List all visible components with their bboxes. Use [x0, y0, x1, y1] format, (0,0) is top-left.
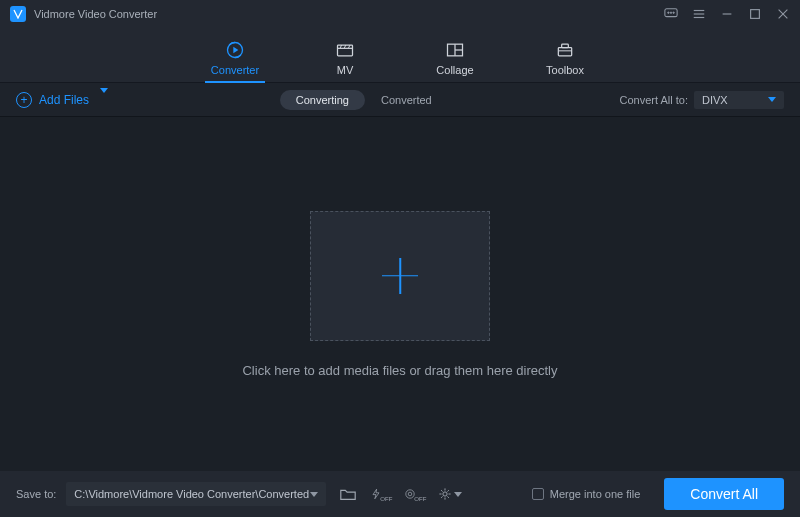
- off-badge: OFF: [380, 496, 392, 502]
- tab-label: MV: [337, 64, 354, 76]
- save-path-dropdown[interactable]: C:\Vidmore\Vidmore Video Converter\Conve…: [66, 482, 326, 506]
- add-files-label: Add Files: [39, 93, 89, 107]
- plus-circle-icon: +: [16, 92, 32, 108]
- svg-point-3: [673, 12, 674, 13]
- tab-mv[interactable]: MV: [315, 40, 375, 82]
- titlebar: Vidmore Video Converter: [0, 0, 800, 28]
- maximize-icon[interactable]: [748, 7, 762, 21]
- tab-label: Collage: [436, 64, 473, 76]
- bottom-bar: Save to: C:\Vidmore\Vidmore Video Conver…: [0, 471, 800, 517]
- off-badge: OFF: [414, 496, 426, 502]
- merge-checkbox-group[interactable]: Merge into one file: [532, 488, 641, 500]
- add-files-button[interactable]: + Add Files: [16, 92, 108, 108]
- svg-point-26: [443, 492, 447, 496]
- plus-icon: [382, 258, 418, 294]
- status-toggle: Converting Converted: [280, 90, 448, 110]
- dropzone[interactable]: [310, 211, 490, 341]
- tab-label: Toolbox: [546, 64, 584, 76]
- tab-toolbox[interactable]: Toolbox: [535, 40, 595, 82]
- chevron-down-icon: [100, 88, 108, 107]
- converted-tab[interactable]: Converted: [365, 90, 448, 110]
- high-speed-button[interactable]: OFF: [404, 482, 428, 506]
- save-path-value: C:\Vidmore\Vidmore Video Converter\Conve…: [74, 488, 309, 500]
- convert-all-to: Convert All to: DIVX: [620, 91, 784, 109]
- sub-toolbar: + Add Files Converting Converted Convert…: [0, 83, 800, 117]
- chevron-down-icon: [454, 492, 462, 497]
- format-value: DIVX: [702, 94, 728, 106]
- output-format-dropdown[interactable]: DIVX: [694, 91, 784, 109]
- main-area: Click here to add media files or drag th…: [0, 117, 800, 471]
- menu-icon[interactable]: [692, 7, 706, 21]
- converting-tab[interactable]: Converting: [280, 90, 365, 110]
- convert-all-button[interactable]: Convert All: [664, 478, 784, 510]
- merge-checkbox[interactable]: [532, 488, 544, 500]
- app-title: Vidmore Video Converter: [34, 8, 157, 20]
- minimize-icon[interactable]: [720, 7, 734, 21]
- svg-point-25: [409, 492, 413, 496]
- svg-rect-22: [562, 44, 569, 47]
- settings-button[interactable]: [438, 482, 462, 506]
- open-folder-button[interactable]: [336, 482, 360, 506]
- svg-marker-12: [233, 47, 238, 54]
- svg-point-2: [670, 12, 671, 13]
- save-to-label: Save to:: [16, 488, 56, 500]
- chevron-down-icon: [310, 492, 318, 497]
- svg-rect-8: [751, 10, 760, 19]
- chevron-down-icon: [768, 97, 776, 102]
- svg-rect-21: [558, 48, 571, 56]
- main-tabs: Converter MV Collage Toolbox: [0, 28, 800, 83]
- feedback-icon[interactable]: [664, 7, 678, 21]
- tab-collage[interactable]: Collage: [425, 40, 485, 82]
- hardware-accel-button[interactable]: OFF: [370, 482, 394, 506]
- svg-point-24: [406, 490, 414, 498]
- convert-all-to-label: Convert All to:: [620, 94, 688, 106]
- dropzone-hint: Click here to add media files or drag th…: [242, 363, 557, 378]
- svg-point-1: [668, 12, 669, 13]
- app-logo: [10, 6, 26, 22]
- tab-converter[interactable]: Converter: [205, 40, 265, 82]
- close-icon[interactable]: [776, 7, 790, 21]
- merge-label: Merge into one file: [550, 488, 641, 500]
- tab-label: Converter: [211, 64, 259, 76]
